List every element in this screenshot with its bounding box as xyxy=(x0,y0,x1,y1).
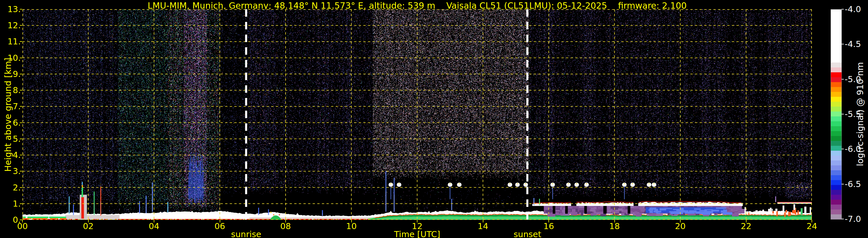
colorbar-tick-label: -4.0 xyxy=(845,4,868,14)
colorbar-segment xyxy=(831,82,841,87)
y-tick-mark xyxy=(20,203,22,204)
x-tick-label: 02 xyxy=(75,221,101,231)
colorbar-segment xyxy=(831,112,841,116)
x-tick-label: 06 xyxy=(207,221,233,231)
y-tick-mark xyxy=(20,41,22,42)
y-tick-label: 7. xyxy=(0,101,21,111)
colorbar-segment xyxy=(831,77,841,82)
y-tick-label: 13. xyxy=(0,4,21,14)
x-tick-mark xyxy=(812,220,812,222)
colorbar-segment xyxy=(831,185,841,190)
y-tick-label: 8. xyxy=(0,85,21,95)
colorbar-tick-mark xyxy=(841,149,844,149)
y-tick-label: 10. xyxy=(0,53,21,63)
x-tick-label: 04 xyxy=(141,221,167,231)
y-tick-mark xyxy=(20,90,22,90)
colorbar-segment xyxy=(831,9,841,62)
colorbar-segment xyxy=(831,151,841,156)
colorbar-segment xyxy=(831,205,841,209)
x-tick-mark xyxy=(483,220,484,222)
y-tick-label: 11. xyxy=(0,37,21,47)
y-tick-label: 9. xyxy=(0,69,21,79)
x-tick-mark xyxy=(22,220,23,222)
colorbar-tick-label: -7.0 xyxy=(845,214,868,224)
colorbar-segment xyxy=(831,97,841,102)
colorbar-segment xyxy=(831,214,841,219)
colorbar-segment xyxy=(831,156,841,160)
colorbar-tick-mark xyxy=(841,9,844,9)
x-tick-label: 20 xyxy=(667,221,693,231)
colorbar-tick-mark xyxy=(841,79,844,80)
x-tick-mark xyxy=(614,220,615,222)
colorbar-segment xyxy=(831,166,841,170)
y-tick-mark xyxy=(20,155,22,155)
x-tick-label: 22 xyxy=(733,221,759,231)
colorbar-segment xyxy=(831,67,841,72)
x-tick-label: 08 xyxy=(273,221,299,231)
colorbar-tick-mark xyxy=(841,44,844,44)
colorbar-segment xyxy=(831,107,841,112)
colorbar-segment xyxy=(831,180,841,185)
colorbar-segment xyxy=(831,209,841,214)
y-tick-label: 5. xyxy=(0,134,21,144)
colorbar-tick-mark xyxy=(841,219,844,219)
colorbar-title: log(rc-signal) @ 910 nm xyxy=(855,39,865,189)
y-tick-label: 4. xyxy=(0,150,21,160)
ceilometer-quicklook-page: { "title": "LMU-MIM, Munich, Germany; 48… xyxy=(0,0,868,238)
colorbar xyxy=(831,9,842,219)
colorbar-segment xyxy=(831,170,841,175)
y-tick-label: 12. xyxy=(0,21,21,30)
x-tick-label: 24 xyxy=(799,221,825,231)
y-tick-mark xyxy=(20,219,22,220)
x-tick-label: 14 xyxy=(470,221,496,231)
colorbar-segment xyxy=(831,126,841,131)
y-tick-label: 3. xyxy=(0,166,21,176)
colorbar-tick-mark xyxy=(841,114,844,114)
y-tick-mark xyxy=(20,9,22,9)
x-tick-mark xyxy=(549,220,549,222)
y-tick-mark xyxy=(20,139,22,139)
x-tick-label: 18 xyxy=(602,221,628,231)
x-tick-mark xyxy=(417,220,417,222)
x-tick-mark xyxy=(285,220,286,222)
x-tick-label: 00 xyxy=(9,221,35,231)
y-tick-mark xyxy=(20,171,22,172)
y-tick-label: 6. xyxy=(0,118,21,128)
x-tick-mark xyxy=(680,220,681,222)
colorbar-segment xyxy=(831,141,841,146)
y-tick-mark xyxy=(20,106,22,107)
colorbar-tick-mark xyxy=(841,184,844,184)
y-tick-mark xyxy=(20,74,22,75)
colorbar-segment xyxy=(831,87,841,92)
colorbar-segment xyxy=(831,62,841,67)
y-tick-mark xyxy=(20,25,22,26)
colorbar-segment xyxy=(831,102,841,107)
x-tick-mark xyxy=(351,220,352,222)
x-tick-mark xyxy=(220,220,220,222)
colorbar-segment xyxy=(831,121,841,126)
colorbar-segment xyxy=(831,72,841,77)
colorbar-segment xyxy=(831,136,841,141)
y-tick-label: 2. xyxy=(0,183,21,192)
y-tick-mark xyxy=(20,122,22,123)
ceilometer-heatmap-canvas xyxy=(23,9,812,220)
colorbar-segment xyxy=(831,160,841,166)
colorbar-segment xyxy=(831,175,841,180)
x-tick-mark xyxy=(88,220,89,222)
colorbar-segment xyxy=(831,116,841,121)
y-tick-label: 1. xyxy=(0,199,21,209)
colorbar-segment xyxy=(831,92,841,97)
x-tick-label: 10 xyxy=(339,221,365,231)
x-tick-label: 16 xyxy=(536,221,562,231)
colorbar-segment xyxy=(831,146,841,151)
colorbar-segment xyxy=(831,200,841,205)
y-tick-mark xyxy=(20,187,22,188)
x-tick-mark xyxy=(154,220,154,222)
x-tick-label: 12 xyxy=(404,221,430,231)
y-tick-mark xyxy=(20,58,22,58)
y-axis-title: Height above ground [km] xyxy=(3,46,13,184)
x-tick-mark xyxy=(746,220,746,222)
colorbar-segment xyxy=(831,190,841,195)
colorbar-segment xyxy=(831,195,841,200)
colorbar-segment xyxy=(831,131,841,136)
